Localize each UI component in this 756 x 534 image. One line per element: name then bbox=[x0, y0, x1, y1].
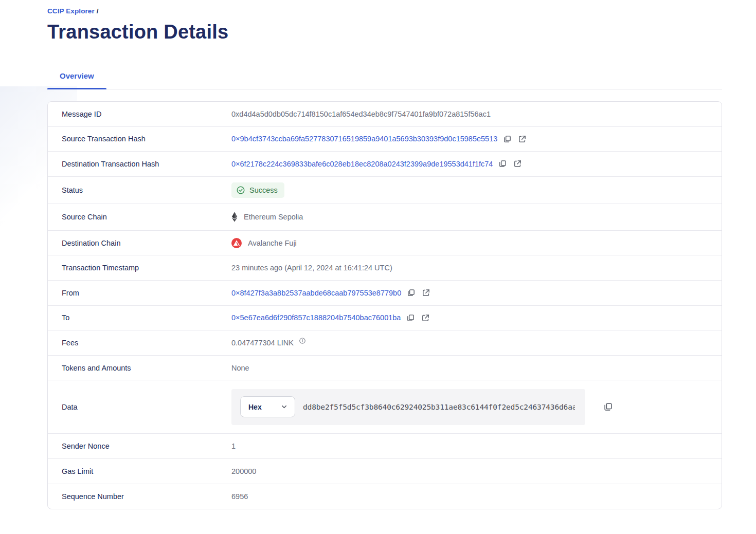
table-row-gas-limit: Gas Limit 200000 bbox=[48, 459, 722, 484]
table-row-source-chain: Source Chain Ethereum Sepolia bbox=[48, 204, 722, 231]
source-chain-name: Ethereum Sepolia bbox=[244, 213, 303, 221]
row-label: Destination Transaction Hash bbox=[48, 160, 231, 168]
page-title: Transaction Details bbox=[47, 21, 722, 43]
table-row-source-tx-hash: Source Transaction Hash 0×9b4cf3743ccba6… bbox=[48, 127, 722, 152]
ethereum-icon bbox=[231, 212, 238, 222]
table-row-sender-nonce: Sender Nonce 1 bbox=[48, 434, 722, 459]
row-label: To bbox=[48, 314, 231, 322]
copy-icon[interactable] bbox=[406, 288, 416, 298]
row-label: Status bbox=[48, 186, 231, 194]
dest-chain-name: Avalanche Fuji bbox=[248, 239, 297, 247]
transaction-details-page: CCIP Explorer/ Transaction Details Overv… bbox=[0, 0, 756, 509]
row-label: Tokens and Amounts bbox=[48, 364, 231, 372]
row-label: Message ID bbox=[48, 110, 231, 118]
message-id-value: 0xd4d4a5d0db05dc714f8150c1af654ed34eb8c9… bbox=[231, 110, 491, 118]
row-label: Sequence Number bbox=[48, 492, 231, 501]
copy-icon[interactable] bbox=[497, 159, 508, 169]
table-row-dest-tx-hash: Destination Transaction Hash 0×6f2178c22… bbox=[48, 152, 722, 177]
row-label: Gas Limit bbox=[48, 467, 231, 475]
row-label: Fees bbox=[48, 339, 231, 347]
external-link-icon[interactable] bbox=[421, 288, 431, 298]
table-row-sequence-number: Sequence Number 6956 bbox=[48, 484, 722, 509]
copy-icon[interactable] bbox=[405, 312, 416, 323]
info-icon[interactable] bbox=[299, 337, 306, 344]
external-link-icon[interactable] bbox=[420, 312, 430, 323]
transaction-details-card: Message ID 0xd4d4a5d0db05dc714f8150c1af6… bbox=[47, 101, 722, 509]
to-address-link[interactable]: 0×5e67ea6d6f290f857c1888204b7540bac76001… bbox=[231, 314, 401, 322]
dest-tx-hash-link[interactable]: 0×6f2178c224c369833bafe6c028eb18ec8208a0… bbox=[231, 160, 493, 168]
table-row-fees: Fees 0.047477304 LINK bbox=[48, 330, 722, 356]
data-hex-panel: Hex dd8be2f5f5d5cf3b8640c62924025b311ae8… bbox=[231, 389, 585, 425]
row-label: From bbox=[48, 289, 231, 297]
avalanche-icon bbox=[231, 238, 242, 248]
copy-icon[interactable] bbox=[603, 402, 613, 412]
tab-overview[interactable]: Overview bbox=[47, 67, 106, 89]
gas-limit-value: 200000 bbox=[231, 467, 256, 475]
tab-bar: Overview bbox=[47, 67, 722, 89]
breadcrumb-link-ccip-explorer[interactable]: CCIP Explorer bbox=[47, 7, 95, 15]
chevron-down-icon bbox=[280, 403, 288, 411]
sender-nonce-value: 1 bbox=[231, 442, 236, 450]
data-format-select[interactable]: Hex bbox=[240, 396, 295, 417]
row-label: Source Transaction Hash bbox=[48, 135, 231, 143]
from-address-link[interactable]: 0×8f427f3a3a8b2537aabde68caab797553e8779… bbox=[231, 289, 401, 297]
copy-icon[interactable] bbox=[502, 134, 512, 144]
table-row-data: Data Hex dd8be2f5f5d5cf3b8640c62924025b3… bbox=[48, 380, 722, 434]
external-link-icon[interactable] bbox=[517, 134, 527, 144]
source-chain-value: Ethereum Sepolia bbox=[231, 212, 303, 222]
fees-value: 0.047477304 LINK bbox=[231, 339, 294, 347]
table-row-to: To 0×5e67ea6d6f290f857c1888204b7540bac76… bbox=[48, 306, 722, 331]
status-badge-label: Success bbox=[249, 186, 278, 194]
check-circle-icon bbox=[236, 186, 245, 195]
sequence-number-value: 6956 bbox=[231, 492, 248, 501]
dest-chain-value: Avalanche Fuji bbox=[231, 238, 297, 248]
external-link-icon[interactable] bbox=[512, 159, 523, 169]
row-label: Source Chain bbox=[48, 213, 231, 221]
table-row-status: Status Success bbox=[48, 177, 722, 204]
table-row-dest-chain: Destination Chain Avalanche Fuji bbox=[48, 231, 722, 256]
table-row-tokens: Tokens and Amounts None bbox=[48, 356, 722, 381]
row-label: Data bbox=[48, 403, 231, 411]
data-format-selected: Hex bbox=[248, 403, 262, 411]
breadcrumb: CCIP Explorer/ bbox=[47, 7, 722, 15]
breadcrumb-separator: / bbox=[97, 7, 99, 15]
row-label: Transaction Timestamp bbox=[48, 264, 231, 272]
data-hex-value: dd8be2f5f5d5cf3b8640c62924025b311ae83c61… bbox=[303, 402, 575, 411]
table-row-timestamp: Transaction Timestamp 23 minutes ago (Ap… bbox=[48, 255, 722, 281]
status-badge: Success bbox=[231, 182, 284, 198]
row-label: Sender Nonce bbox=[48, 442, 231, 450]
table-row-message-id: Message ID 0xd4d4a5d0db05dc714f8150c1af6… bbox=[48, 102, 722, 127]
tokens-value: None bbox=[231, 364, 249, 372]
timestamp-value: 23 minutes ago (April 12, 2024 at 16:41:… bbox=[231, 264, 392, 272]
table-row-from: From 0×8f427f3a3a8b2537aabde68caab797553… bbox=[48, 281, 722, 306]
row-label: Destination Chain bbox=[48, 239, 231, 247]
source-tx-hash-link[interactable]: 0×9b4cf3743ccba69fa5277830716519859a9401… bbox=[231, 135, 497, 143]
